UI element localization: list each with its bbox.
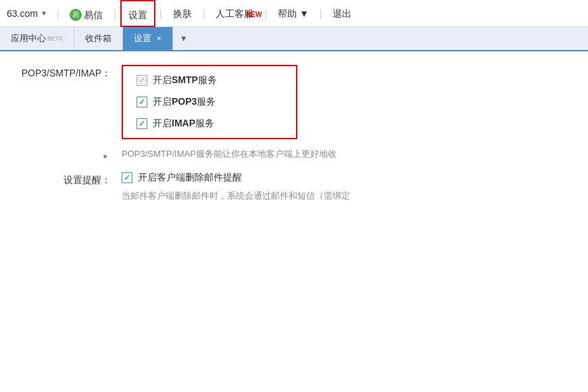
tab-app-center[interactable]: 应用中心 BETA [0,27,74,50]
tab-close-icon[interactable]: × [157,34,162,43]
nav-bangzhu[interactable]: 帮助 ▼ [271,0,316,27]
tab-inbox[interactable]: 收件箱 [74,27,123,50]
smtp-label: 开启SMTP服务 [153,74,217,87]
desc-label-spacer [14,147,122,161]
pop3-service-label: 开启POP3服务 [153,96,216,108]
nav-settings[interactable]: 设置 [120,0,155,27]
main-content: POP3/SMTP/IMAP： ✓ 开启SMTP服务 ✓ [0,51,588,392]
imap-label: 开启IMAP服务 [153,118,214,130]
tab-app-center-label: 应用中心 [11,32,46,45]
desc-value: POP3/SMTP/IMAP服务能让你在本地客户端上更好地收 [122,147,574,161]
pop3-checkbox-row: ✓ 开启POP3服务 [137,96,283,108]
reminder-checkbox-label: 开启客户端删除邮件提醒 [138,172,242,184]
service-options-box: ✓ 开启SMTP服务 ✓ 开启POP3服务 ✓ [122,65,297,139]
reminder-desc: 当邮件客户端删除邮件时，系统会通过邮件和短信（需绑定 [122,189,350,203]
nav-tuichu[interactable]: 退出 [326,0,358,27]
brand-logo[interactable]: 63.com ▼ [7,8,53,19]
pop3-check-icon: ✓ [139,97,145,107]
tab-more-arrow-icon: ▼ [180,34,188,43]
tab-settings[interactable]: 设置 × [123,27,173,50]
beta-badge: BETA [47,35,63,42]
brand-text: 63.com [7,8,38,19]
divider-4: | [203,8,205,19]
pop3-setting-value: ✓ 开启SMTP服务 ✓ 开启POP3服务 ✓ [122,65,574,139]
dot-bullet-icon [103,155,107,158]
reminder-desc-text: 当邮件客户端删除邮件时，系统会通过邮件和短信（ [122,191,324,201]
tab-bar: 应用中心 BETA 收件箱 设置 × ▼ [0,27,588,51]
divider-6: | [320,8,322,19]
reminder-row: 设置提醒： ✓ 开启客户端删除邮件提醒 当邮件客户端删除邮件时，系统会通过邮件和… [14,172,574,203]
pop3-checkbox[interactable]: ✓ [137,97,147,107]
bangzhu-arrow-icon: ▼ [299,8,309,19]
nav-yixin[interactable]: 易 易信 [63,0,109,27]
imap-check-icon: ✓ [139,119,145,128]
tab-inbox-label: 收件箱 [85,32,112,45]
reminder-link-text[interactable]: 需绑定 [324,191,350,201]
pop3-desc-text: POP3/SMTP/IMAP服务能让你在本地客户端上更好地收 [122,149,337,159]
nav-huanfu-label: 换肤 [173,8,192,19]
divider-2: | [114,8,116,19]
settings-content: POP3/SMTP/IMAP： ✓ 开启SMTP服务 ✓ [0,51,588,392]
yixin-circle-icon: 易 [70,9,82,21]
yixin-label: 易信 [84,1,103,28]
new-badge: NEW [246,1,262,28]
pop3-label: POP3/SMTP/IMAP： [14,65,122,80]
smtp-check-icon: ✓ [139,76,145,85]
reminder-checkbox[interactable]: ✓ [122,172,132,183]
tab-settings-label: 设置 [134,32,151,45]
pop3-setting-row: POP3/SMTP/IMAP： ✓ 开启SMTP服务 ✓ [14,65,574,139]
smtp-checkbox[interactable]: ✓ [137,75,147,86]
brand-arrow: ▼ [41,9,47,17]
divider-1: | [57,8,59,19]
yixin-icon-wrap: 易 易信 [70,1,103,28]
nav-bangzhu-label: 帮助 [278,8,297,19]
nav-tuichu-label: 退出 [333,8,351,19]
reminder-label: 设置提醒： [14,172,122,187]
divider-3: | [160,8,162,19]
nav-huanfu[interactable]: 换肤 [166,0,199,27]
desc-row: POP3/SMTP/IMAP服务能让你在本地客户端上更好地收 [14,147,574,161]
nav-rengong[interactable]: 人工客服 NEW [209,0,260,27]
reminder-check-icon: ✓ [124,173,130,182]
imap-checkbox-row: ✓ 开启IMAP服务 [137,118,283,130]
smtp-checkbox-row: ✓ 开启SMTP服务 [137,74,283,87]
tab-more-button[interactable]: ▼ [173,27,195,50]
nav-settings-label: 设置 [128,9,147,20]
top-navigation: 63.com ▼ | 易 易信 | 设置 | 换肤 | 人工客服 NEW | 帮… [0,0,588,27]
divider-5: | [264,8,267,19]
reminder-options: ✓ 开启客户端删除邮件提醒 当邮件客户端删除邮件时，系统会通过邮件和短信（需绑定 [122,172,350,203]
reminder-checkbox-row: ✓ 开启客户端删除邮件提醒 [122,172,350,184]
imap-checkbox[interactable]: ✓ [137,118,147,129]
